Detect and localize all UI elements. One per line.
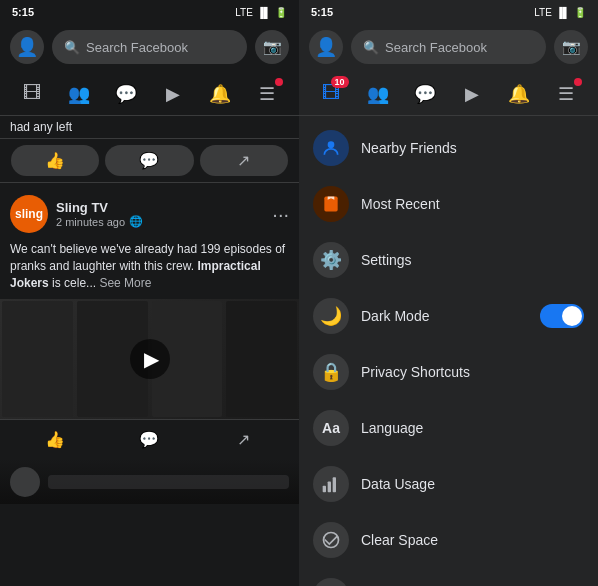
right-lte-icon: LTE	[534, 7, 552, 18]
play-icon: ▶	[144, 347, 159, 371]
right-header: 👤 🔍 Search Facebook 📷	[299, 22, 598, 72]
menu-item-nearby-friends[interactable]: Nearby Friends	[299, 120, 598, 176]
nav-friends[interactable]: 👥	[61, 76, 97, 112]
left-panel: 5:15 LTE ▐▌ 🔋 👤 🔍 Search Facebook 📷 🎞 👥 …	[0, 0, 299, 586]
menu-item-dark-mode[interactable]: 🌙Dark Mode	[299, 288, 598, 344]
comment-button-top[interactable]: 💬	[105, 145, 193, 176]
post-meta: Sling TV 2 minutes ago 🌐	[56, 200, 264, 228]
left-search-text: Search Facebook	[86, 40, 188, 55]
post-share-button[interactable]: ↗	[197, 424, 291, 455]
profile-icon: 👤	[16, 36, 38, 58]
menu-item-clear-space[interactable]: Clear Space	[299, 512, 598, 568]
comment-icon-top: 💬	[139, 151, 159, 170]
feed-snippet: had any left	[0, 116, 299, 138]
post-like-button[interactable]: 👍	[8, 424, 102, 455]
menu-item-settings[interactable]: ⚙️Settings	[299, 232, 598, 288]
most-recent-icon	[313, 186, 349, 222]
battery-icon: 🔋	[275, 7, 287, 18]
blurred-feed-bottom	[0, 459, 299, 504]
left-search-bar[interactable]: 🔍 Search Facebook	[52, 30, 247, 64]
top-action-bar: 👍 💬 ↗	[0, 138, 299, 183]
nav-stories[interactable]: 🎞	[14, 76, 50, 112]
blurred-avatar	[10, 467, 40, 497]
left-time: 5:15	[12, 6, 34, 18]
right-status-bar: 5:15 LTE ▐▌ 🔋	[299, 0, 598, 22]
post-actions-bottom: 👍 💬 ↗	[0, 419, 299, 459]
nav-notifications[interactable]: 🔔	[202, 76, 238, 112]
post-header: sling Sling TV 2 minutes ago 🌐 ···	[0, 187, 299, 241]
play-button[interactable]: ▶	[130, 339, 170, 379]
right-profile-icon: 👤	[315, 36, 337, 58]
signal-icon: ▐▌	[257, 7, 271, 18]
right-time: 5:15	[311, 6, 333, 18]
friends-icon: 👥	[68, 83, 90, 105]
clear-space-icon	[313, 522, 349, 558]
right-nav-stories[interactable]: 🎞 10	[313, 76, 349, 112]
share-button-top[interactable]: ↗	[200, 145, 288, 176]
privacy-shortcuts-label: Privacy Shortcuts	[361, 364, 584, 380]
left-status-icons: LTE ▐▌ 🔋	[235, 7, 287, 18]
right-nav-messenger[interactable]: 💬	[407, 76, 443, 112]
nav-watch[interactable]: ▶	[155, 76, 191, 112]
right-nav-friends[interactable]: 👥	[360, 76, 396, 112]
right-panel: 5:15 LTE ▐▌ 🔋 👤 🔍 Search Facebook 📷 🎞 10…	[299, 0, 598, 586]
svg-rect-1	[324, 197, 337, 212]
menu-item-most-recent[interactable]: Most Recent	[299, 176, 598, 232]
menu-list: Nearby FriendsMost Recent⚙️Settings🌙Dark…	[299, 116, 598, 586]
menu-item-data-usage[interactable]: Data Usage	[299, 456, 598, 512]
watch-icon: ▶	[166, 83, 180, 105]
post-comment-button[interactable]: 💬	[102, 424, 196, 455]
right-camera-icon: 📷	[562, 38, 581, 56]
language-icon: Aa	[313, 410, 349, 446]
right-battery-icon: 🔋	[574, 7, 586, 18]
post-share-icon: ↗	[237, 430, 250, 449]
like-icon-top: 👍	[45, 151, 65, 170]
left-feed: had any left 👍 💬 ↗ sling Sling TV 2 minu…	[0, 116, 299, 586]
globe-icon: 🌐	[129, 215, 143, 228]
dark-mode-toggle[interactable]	[540, 304, 584, 328]
blurred-text	[48, 475, 289, 489]
right-camera-button[interactable]: 📷	[554, 30, 588, 64]
most-recent-label: Most Recent	[361, 196, 584, 212]
help-icon: ?	[313, 578, 349, 586]
dark-mode-icon: 🌙	[313, 298, 349, 334]
svg-point-0	[328, 141, 335, 148]
svg-rect-2	[323, 486, 326, 493]
right-watch-icon: ▶	[465, 83, 479, 105]
post-video-thumbnail[interactable]: ▶	[0, 299, 299, 419]
nearby-friends-icon	[313, 130, 349, 166]
post-card: sling Sling TV 2 minutes ago 🌐 ··· We ca…	[0, 187, 299, 459]
right-search-bar[interactable]: 🔍 Search Facebook	[351, 30, 546, 64]
right-nav-notifications[interactable]: 🔔	[501, 76, 537, 112]
right-nav-menu[interactable]: ☰	[548, 76, 584, 112]
menu-item-privacy-shortcuts[interactable]: 🔒Privacy Shortcuts	[299, 344, 598, 400]
post-author-avatar: sling	[10, 195, 48, 233]
right-profile-avatar[interactable]: 👤	[309, 30, 343, 64]
menu-item-language[interactable]: AaLanguage	[299, 400, 598, 456]
right-nav-watch[interactable]: ▶	[454, 76, 490, 112]
nav-messenger[interactable]: 💬	[108, 76, 144, 112]
hamburger-icon: ☰	[259, 83, 275, 105]
post-body-end: is cele...	[49, 276, 96, 290]
left-camera-button[interactable]: 📷	[255, 30, 289, 64]
stories-icon: 🎞	[23, 83, 41, 104]
like-button-top[interactable]: 👍	[11, 145, 99, 176]
post-more-button[interactable]: ···	[272, 203, 289, 226]
nearby-friends-label: Nearby Friends	[361, 140, 584, 156]
left-search-icon: 🔍	[64, 40, 80, 55]
share-icon-top: ↗	[237, 151, 250, 170]
see-more-link[interactable]: See More	[99, 276, 151, 290]
right-search-icon: 🔍	[363, 40, 379, 55]
post-comment-icon: 💬	[139, 430, 159, 449]
menu-item-help[interactable]: ?Help	[299, 568, 598, 586]
privacy-shortcuts-icon: 🔒	[313, 354, 349, 390]
right-search-text: Search Facebook	[385, 40, 487, 55]
post-like-icon: 👍	[45, 430, 65, 449]
profile-avatar[interactable]: 👤	[10, 30, 44, 64]
lte-icon: LTE	[235, 7, 253, 18]
right-nav-row: 🎞 10 👥 💬 ▶ 🔔 ☰	[299, 72, 598, 116]
bell-icon: 🔔	[209, 83, 231, 105]
right-signal-icon: ▐▌	[556, 7, 570, 18]
right-messenger-icon: 💬	[414, 83, 436, 105]
nav-menu[interactable]: ☰	[249, 76, 285, 112]
